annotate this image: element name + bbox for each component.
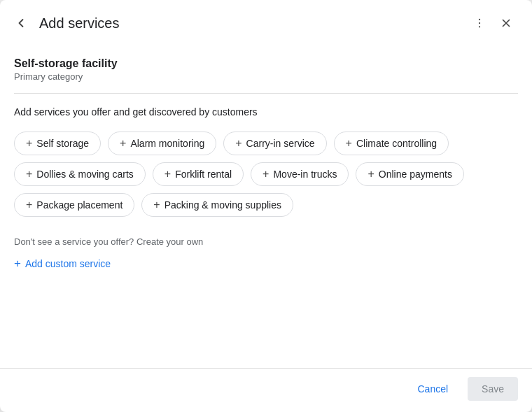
chip-label: Forklift rental xyxy=(175,169,232,180)
add-services-dialog: Add services Self-storage facility Prima… xyxy=(0,0,532,412)
service-chip-online-payments[interactable]: +Online payments xyxy=(356,162,463,186)
service-chip-alarm-monitoring[interactable]: +Alarm monitoring xyxy=(108,132,216,155)
chip-label: Carry-in service xyxy=(246,138,315,149)
chip-plus-icon: + xyxy=(26,138,32,149)
chip-plus-icon: + xyxy=(235,138,241,149)
chip-plus-icon: + xyxy=(262,169,269,180)
chip-plus-icon: + xyxy=(346,138,352,149)
svg-point-0 xyxy=(479,19,480,20)
service-chip-carry-in-service[interactable]: +Carry-in service xyxy=(223,132,326,155)
service-chip-self-storage[interactable]: +Self storage xyxy=(14,132,101,155)
save-button[interactable]: Save xyxy=(468,377,518,401)
services-grid: +Self storage+Alarm monitoring+Carry-in … xyxy=(14,132,518,217)
add-custom-service-label: Add custom service xyxy=(25,258,111,269)
dialog-header: Add services xyxy=(0,0,532,43)
chip-plus-icon: + xyxy=(26,169,32,180)
close-button[interactable] xyxy=(494,11,518,35)
service-chip-forklift-rental[interactable]: +Forklift rental xyxy=(153,162,244,186)
chip-label: Climate controlling xyxy=(356,138,437,149)
chip-label: Move-in trucks xyxy=(273,169,337,180)
chip-label: Online payments xyxy=(379,169,452,180)
chip-label: Package placement xyxy=(36,199,122,211)
back-button[interactable] xyxy=(11,13,31,33)
dialog-title: Add services xyxy=(39,15,459,31)
section-divider xyxy=(14,93,518,94)
chip-plus-icon: + xyxy=(368,169,374,180)
service-chip-climate-controlling[interactable]: +Climate controlling xyxy=(334,132,449,155)
service-chip-packing-moving-supplies[interactable]: +Packing & moving supplies xyxy=(141,193,293,217)
facility-name: Self-storage facility xyxy=(14,57,518,70)
chip-label: Alarm monitoring xyxy=(130,138,204,149)
service-chip-package-placement[interactable]: +Package placement xyxy=(14,193,134,217)
add-custom-plus-icon: + xyxy=(14,257,21,271)
svg-point-1 xyxy=(479,22,480,24)
chip-plus-icon: + xyxy=(153,199,160,211)
chip-label: Self storage xyxy=(36,138,89,149)
dialog-footer: Cancel Save xyxy=(0,368,532,412)
custom-service-prompt: Don't see a service you offer? Create yo… xyxy=(14,236,518,247)
svg-point-2 xyxy=(479,26,480,27)
primary-category: Primary category xyxy=(14,71,518,82)
add-custom-service-button[interactable]: + Add custom service xyxy=(14,254,111,274)
header-actions xyxy=(468,11,518,35)
chip-label: Packing & moving supplies xyxy=(164,199,281,211)
service-chip-move-in-trucks[interactable]: +Move-in trucks xyxy=(251,162,349,186)
service-chip-dollies-moving-carts[interactable]: +Dollies & moving carts xyxy=(14,162,146,186)
chip-plus-icon: + xyxy=(120,138,126,149)
chip-plus-icon: + xyxy=(164,169,171,180)
dialog-content: Self-storage facility Primary category A… xyxy=(0,43,532,368)
cancel-button[interactable]: Cancel xyxy=(403,377,462,401)
more-options-button[interactable] xyxy=(468,11,491,35)
custom-service-section: Don't see a service you offer? Create yo… xyxy=(14,236,518,274)
chip-label: Dollies & moving carts xyxy=(36,169,134,180)
description-text: Add services you offer and get discovere… xyxy=(14,106,518,118)
chip-plus-icon: + xyxy=(26,199,32,211)
